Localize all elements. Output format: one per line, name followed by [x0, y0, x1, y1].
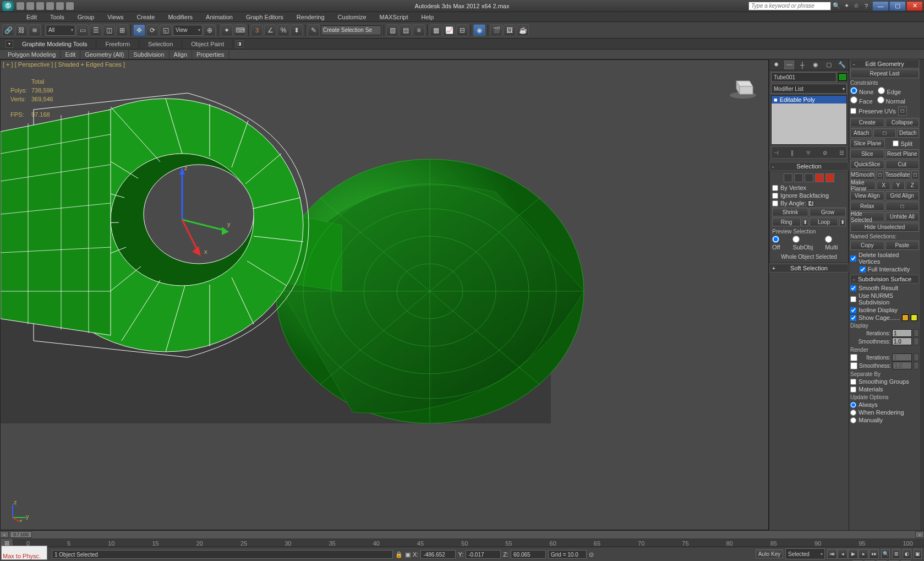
- absolute-mode-icon[interactable]: ▣: [405, 551, 411, 558]
- tessellate-button[interactable]: Tessellate: [885, 170, 910, 179]
- select-object-icon[interactable]: ▭: [76, 24, 89, 36]
- curve-editor-icon[interactable]: 📈: [443, 24, 455, 36]
- nav-zoom-extents-icon[interactable]: ▣: [914, 549, 922, 559]
- viewport-perspective[interactable]: [ + ] [ Perspective ] [ Shaded + Edged F…: [0, 59, 769, 530]
- paste-named-sel-button[interactable]: Paste: [885, 241, 920, 250]
- display-iterations-input[interactable]: 1: [892, 329, 912, 337]
- full-interactivity-checkbox[interactable]: Full Interactivity: [850, 266, 919, 273]
- keyboard-shortcut-icon[interactable]: ⌨: [234, 24, 246, 36]
- help-icon[interactable]: ?: [862, 2, 871, 10]
- unlink-icon[interactable]: ⛓: [15, 24, 28, 36]
- mirror-icon[interactable]: ▥: [386, 24, 398, 36]
- slice-plane-button[interactable]: Slice Plane: [850, 139, 885, 148]
- named-selection-input[interactable]: [321, 25, 381, 35]
- hide-selected-button[interactable]: Hide Selected: [850, 212, 884, 221]
- ribbon-tab-graphite[interactable]: Graphite Modeling Tools: [13, 40, 96, 48]
- menu-modifiers[interactable]: Modifiers: [161, 13, 199, 21]
- attach-list-button[interactable]: □: [873, 128, 895, 138]
- display-tab-icon[interactable]: ▢: [824, 61, 834, 69]
- open-icon[interactable]: [26, 2, 34, 10]
- constraint-face-radio[interactable]: Face: [850, 96, 873, 105]
- search-icon[interactable]: 🔍: [832, 2, 841, 10]
- ring-spinner[interactable]: ⬍: [802, 217, 808, 226]
- isoline-display-checkbox[interactable]: Isoline Display: [850, 307, 919, 313]
- ribbon-panel-properties[interactable]: Properties: [192, 50, 229, 59]
- pin-stack-icon[interactable]: ⊣: [774, 150, 779, 156]
- hierarchy-tab-icon[interactable]: ┼: [797, 61, 807, 69]
- use-pivot-icon[interactable]: ⊕: [204, 24, 216, 36]
- edge-subobj-icon[interactable]: [794, 173, 803, 182]
- modify-tab-icon[interactable]: 〰: [784, 61, 794, 69]
- display-smoothness-input[interactable]: 1.0: [892, 337, 912, 345]
- render-iterations-checkbox[interactable]: [850, 354, 857, 361]
- planar-y-button[interactable]: Y: [892, 181, 905, 190]
- menu-rendering[interactable]: Rendering: [290, 13, 331, 21]
- polygon-subobj-icon[interactable]: [815, 173, 824, 182]
- repeat-last-button[interactable]: Repeat Last: [850, 69, 919, 78]
- ring-button[interactable]: Ring: [772, 217, 801, 226]
- show-end-result-icon[interactable]: ∥: [791, 150, 794, 156]
- key-mode-dropdown[interactable]: Selected: [785, 548, 825, 559]
- create-tab-icon[interactable]: ✸: [771, 61, 781, 69]
- update-always-radio[interactable]: Always: [850, 401, 919, 408]
- play-icon[interactable]: ▶: [848, 549, 858, 559]
- cut-button[interactable]: Cut: [885, 160, 920, 169]
- spinner-snap-icon[interactable]: ⬍: [291, 24, 303, 36]
- display-smoothness-spinner[interactable]: [914, 337, 919, 345]
- render-production-icon[interactable]: ☕: [517, 24, 529, 36]
- frame-start-icon[interactable]: <: [0, 531, 9, 538]
- modifier-list-dropdown[interactable]: Modifier List: [771, 84, 847, 94]
- rollout-edit-geometry-header[interactable]: -Edit Geometry: [850, 59, 919, 68]
- menu-help[interactable]: Help: [415, 13, 441, 21]
- vertex-subobj-icon[interactable]: [784, 173, 792, 182]
- delete-isolated-checkbox[interactable]: Delete Isolated Vertices: [850, 252, 919, 265]
- object-name-input[interactable]: Tube001: [771, 72, 836, 82]
- modifier-editable-poly[interactable]: ■Editable Poly: [772, 96, 846, 104]
- minimize-button[interactable]: —: [872, 1, 889, 11]
- hide-unselected-button[interactable]: Hide Unselected: [850, 222, 919, 232]
- rollout-selection-header[interactable]: -Selection: [769, 162, 849, 171]
- sep-smoothing-groups-checkbox[interactable]: Smoothing Groups: [850, 378, 919, 385]
- menu-group[interactable]: Group: [71, 13, 101, 21]
- menu-views[interactable]: Views: [101, 13, 130, 21]
- percent-snap-icon[interactable]: %: [277, 24, 289, 36]
- menu-customize[interactable]: Customize: [331, 13, 373, 21]
- tessellate-settings-button[interactable]: □: [911, 170, 919, 179]
- nav-fov-icon[interactable]: ◐: [903, 549, 911, 559]
- maximize-button[interactable]: ▢: [889, 1, 906, 11]
- object-color-swatch[interactable]: [838, 73, 847, 81]
- preview-subobj-radio[interactable]: SubObj: [792, 236, 821, 250]
- by-angle-input[interactable]: [808, 200, 814, 206]
- ribbon-toggle-icon[interactable]: ▦: [430, 24, 442, 36]
- rendered-frame-icon[interactable]: 🖼: [504, 24, 516, 36]
- element-subobj-icon[interactable]: [825, 173, 834, 182]
- copy-named-sel-button[interactable]: Copy: [850, 241, 884, 250]
- grid-align-button[interactable]: Grid Align: [885, 191, 920, 200]
- configure-sets-icon[interactable]: ☰: [839, 150, 844, 156]
- new-icon[interactable]: [17, 2, 24, 10]
- show-cage-checkbox[interactable]: [850, 315, 856, 321]
- ribbon-panel-geometry[interactable]: Geometry (All): [80, 50, 129, 59]
- rollout-soft-selection-header[interactable]: +Soft Selection: [769, 264, 849, 273]
- select-rotate-icon[interactable]: ⟳: [146, 24, 158, 36]
- select-manipulate-icon[interactable]: ✦: [221, 24, 233, 36]
- window-crossing-icon[interactable]: ⊞: [116, 24, 128, 36]
- schematic-view-icon[interactable]: ⊟: [456, 24, 468, 36]
- by-angle-checkbox[interactable]: [772, 200, 778, 206]
- layers-icon[interactable]: ≡: [413, 24, 425, 36]
- menu-graph-editors[interactable]: Graph Editors: [239, 13, 290, 21]
- close-button[interactable]: ✕: [906, 1, 923, 11]
- border-subobj-icon[interactable]: [805, 173, 813, 182]
- cage-color2-swatch[interactable]: [911, 314, 917, 321]
- autokey-button[interactable]: Auto Key: [756, 549, 783, 558]
- selection-filter-dropdown[interactable]: All: [46, 25, 75, 36]
- edit-named-sel-icon[interactable]: ✎: [308, 24, 320, 36]
- render-setup-icon[interactable]: 🎬: [490, 24, 502, 36]
- planar-x-button[interactable]: X: [877, 181, 890, 190]
- menu-maxscript[interactable]: MAXScript: [373, 13, 415, 21]
- ribbon-panel-edit[interactable]: Edit: [61, 50, 80, 59]
- collapse-button[interactable]: Collapse: [885, 118, 920, 127]
- remove-modifier-icon[interactable]: ⊘: [823, 150, 827, 156]
- save-icon[interactable]: [36, 2, 44, 10]
- help-search-input[interactable]: [748, 2, 831, 10]
